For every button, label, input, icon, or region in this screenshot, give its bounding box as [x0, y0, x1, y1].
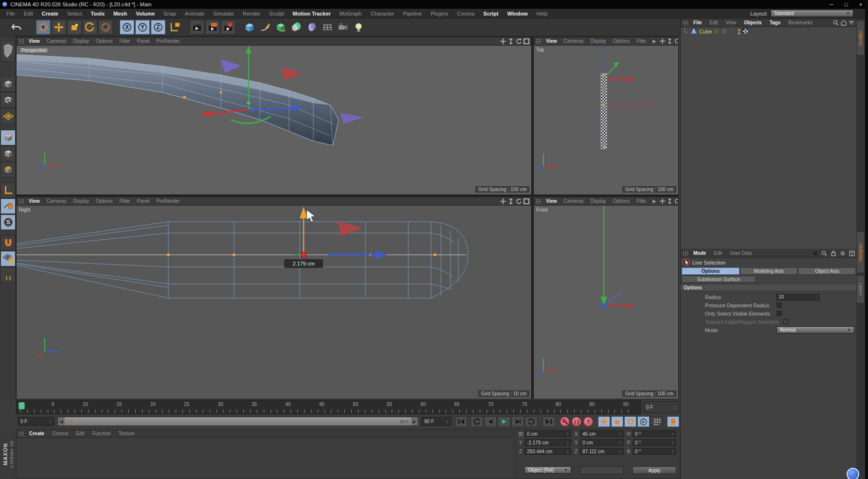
menu-item[interactable]: MoGraph [335, 11, 366, 17]
panel-menu-item[interactable]: Tags [766, 20, 785, 25]
menu-item[interactable]: Create [37, 11, 63, 17]
magnet-icon[interactable] [0, 235, 16, 250]
object-state-icon[interactable] [721, 28, 727, 35]
spinner-icon[interactable]: ↕ [49, 419, 52, 424]
viewport-right-canvas[interactable]: Right [17, 206, 531, 399]
menu-item[interactable]: Window [503, 11, 532, 17]
viewport-nav-icon[interactable] [0, 198, 16, 214]
key-position-toggle[interactable] [598, 416, 610, 427]
range-left-arrow-icon[interactable]: ◀ [58, 417, 65, 426]
panel-menu-item[interactable]: View [722, 20, 740, 25]
menu-item[interactable]: Sculpt [265, 11, 289, 17]
object-manager[interactable]: Cube [681, 27, 857, 248]
rotate-view-icon[interactable] [674, 38, 679, 44]
rotation-input[interactable]: 0 °↕ [633, 448, 676, 455]
key-pla-toggle[interactable] [651, 416, 663, 427]
viewport-menu-item[interactable]: ▶ [649, 38, 660, 44]
coordinate-system-button[interactable] [166, 20, 183, 35]
panel-menu-item[interactable]: Create [25, 431, 48, 436]
render-view-button[interactable] [190, 20, 204, 35]
viewport-menu-item[interactable]: Options [92, 38, 116, 44]
panel-menu-item[interactable]: Bookmarks [784, 20, 816, 25]
tab-layers[interactable]: Layers [856, 275, 865, 303]
menu-item[interactable]: Help [532, 11, 552, 17]
viewport-menu-item[interactable]: Cameras [43, 38, 70, 44]
viewport-perspective-canvas[interactable]: Perspective [17, 46, 531, 195]
viewport-menu-item[interactable]: Options [610, 198, 633, 204]
pressure-checkbox[interactable] [777, 302, 782, 308]
gear-icon[interactable] [840, 250, 846, 256]
spinner-icon[interactable]: ↕ [446, 419, 449, 424]
menu-item[interactable]: Script [479, 11, 503, 17]
lock-z-axis-button[interactable]: Z [151, 20, 165, 35]
ruler-frame-field[interactable]: 0 F↕ [643, 401, 679, 413]
rotate-view-icon[interactable] [674, 198, 679, 204]
pan-view-icon[interactable] [500, 198, 506, 204]
rotation-input[interactable]: 0 °↕ [633, 430, 676, 437]
viewport-menu-item[interactable]: Display [70, 198, 92, 204]
viewport-top-canvas[interactable]: Top Grid Spacing : 100 cm [534, 46, 678, 195]
tolerant-checkbox[interactable]: ✓ [783, 319, 788, 324]
snap-icon[interactable]: S [0, 214, 16, 230]
size-input[interactable]: 87.111 cm↕ [580, 448, 624, 455]
options-section-header[interactable]: Options [681, 284, 857, 291]
viewport-menu-item[interactable]: Display [587, 198, 610, 204]
texture-tag-icon[interactable] [742, 28, 749, 35]
apply-button[interactable]: Apply [633, 466, 676, 474]
menu-item[interactable]: Snap [159, 11, 181, 17]
viewport-perspective[interactable]: ViewCamerasDisplayOptionsFilterPanelProR… [16, 36, 532, 195]
spinner-icon[interactable]: ↕ [567, 431, 569, 436]
go-to-start-button[interactable] [455, 416, 468, 427]
scale-tool-button[interactable] [67, 20, 82, 35]
panel-grip-icon[interactable] [683, 251, 688, 256]
panel-menu-item[interactable]: Function [88, 431, 114, 436]
viewport-menu-item[interactable]: Filte [633, 38, 649, 44]
viewport-menu-item[interactable]: Display [70, 38, 92, 44]
add-cube-button[interactable] [242, 20, 257, 35]
attribute-tab[interactable]: Modeling Axis [740, 267, 798, 275]
menu-item[interactable]: Plugins [426, 11, 452, 17]
viewport-right[interactable]: ViewCamerasDisplayOptionsFilterPanelProR… [16, 196, 532, 399]
record-keyframe-button[interactable] [560, 417, 570, 426]
panel-grip-icon[interactable] [18, 199, 24, 204]
workplane-lock-icon[interactable] [0, 251, 16, 266]
axis-mode-icon[interactable] [0, 182, 16, 198]
viewport-menu-item[interactable]: Panel [134, 198, 153, 204]
previous-frame-button[interactable] [484, 416, 497, 427]
panel-menu-item[interactable]: Objects [740, 20, 766, 25]
rotate-view-icon[interactable] [516, 198, 522, 204]
current-frame-field[interactable]: 0 F↕ [18, 417, 54, 426]
viewport-menu-item[interactable]: View [25, 198, 43, 204]
render-settings-button[interactable] [205, 20, 220, 35]
key-scale-toggle[interactable] [611, 416, 623, 427]
move-tool-button[interactable] [52, 20, 66, 35]
viewport-menu-item[interactable]: ProRender [153, 198, 183, 204]
viewport-menu-item[interactable]: View [542, 38, 561, 44]
attribute-tab[interactable]: Options [682, 267, 740, 275]
rotate-tool-button[interactable] [83, 20, 97, 35]
mode-dropdown[interactable]: Normal▼ [777, 326, 854, 334]
edges-mode-icon[interactable] [0, 146, 16, 161]
object-row-cube[interactable]: Cube [681, 27, 857, 35]
visible-elements-checkbox[interactable] [777, 311, 782, 316]
maximize-button[interactable]: □ [839, 0, 853, 9]
spinner-icon[interactable]: ↕ [672, 449, 674, 454]
menu-item[interactable]: Motion Tracker [289, 11, 335, 17]
panel-menu-item[interactable]: File [689, 20, 705, 25]
size-input[interactable]: 45 cm↕ [580, 430, 624, 437]
panel-menu-item[interactable]: Corona [48, 431, 72, 436]
position-input[interactable]: 250.444 cm↕ [524, 448, 571, 455]
rotation-input[interactable]: 0 °↕ [633, 439, 676, 446]
viewport-menu-item[interactable]: Filte [633, 198, 649, 204]
add-instance-button[interactable] [289, 20, 304, 35]
viewport-menu-item[interactable]: Cameras [561, 38, 587, 44]
add-spline-button[interactable] [258, 20, 272, 35]
radius-input[interactable]: 10↕ [777, 294, 819, 301]
menu-item[interactable]: Mesh [109, 11, 131, 17]
panel-menu-item[interactable]: Edit [72, 431, 88, 436]
spinner-icon[interactable]: ↕ [619, 440, 622, 445]
tab-attributes[interactable]: Attributes [856, 231, 865, 273]
timeline-range-slider[interactable]: ◀ 0 F 90 F ▶ [57, 417, 418, 426]
workplane-toggle-icon[interactable]: ( ) [0, 267, 16, 283]
viewport-top[interactable]: ViewCamerasDisplayOptionsFilte▶ Top Grid… [533, 36, 679, 195]
